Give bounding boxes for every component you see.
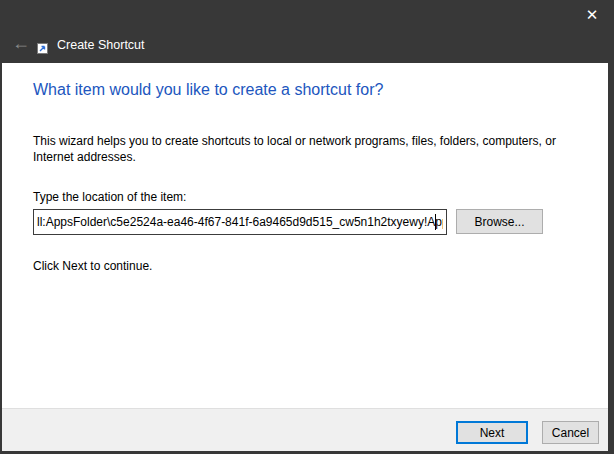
location-input[interactable] xyxy=(33,209,447,235)
text-caret xyxy=(435,214,436,230)
close-icon: ✕ xyxy=(586,6,599,23)
wizard-description: This wizard helps you to create shortcut… xyxy=(33,133,599,165)
close-button[interactable]: ✕ xyxy=(572,2,612,28)
location-input-wrap xyxy=(33,209,447,235)
page-title: What item would you like to create a sho… xyxy=(33,81,383,99)
next-button[interactable]: Next xyxy=(456,421,528,444)
titlebar: ✕ ← Create Shortcut xyxy=(0,0,614,63)
back-button[interactable]: ← xyxy=(8,32,34,54)
create-shortcut-window: ✕ ← Create Shortcut What item would you … xyxy=(0,0,614,454)
cancel-button[interactable]: Cancel xyxy=(542,421,599,444)
next-hint: Click Next to continue. xyxy=(33,259,152,273)
back-arrow-icon: ← xyxy=(12,33,30,53)
location-label: Type the location of the item: xyxy=(33,190,186,204)
footer: Next Cancel xyxy=(2,408,608,451)
shortcut-icon xyxy=(37,40,48,51)
window-title: Create Shortcut xyxy=(57,38,145,53)
wizard-content: What item would you like to create a sho… xyxy=(2,63,608,408)
browse-button[interactable]: Browse... xyxy=(456,209,543,234)
